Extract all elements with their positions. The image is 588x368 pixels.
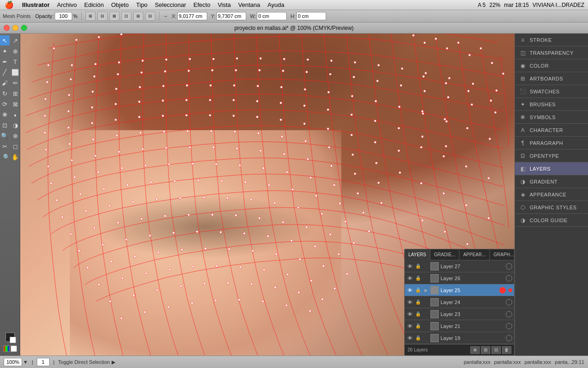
free-transform-tool[interactable]: ⊠ (10, 99, 20, 109)
layer-lock-icon[interactable]: 🔒 (415, 275, 421, 282)
panel-section-color[interactable]: ◉ COLOR (515, 59, 588, 72)
layer-lock-icon[interactable]: 🔒 (415, 335, 421, 341)
minimize-button[interactable] (12, 25, 18, 31)
zoom-tool[interactable]: 🔎 (0, 152, 10, 162)
layer-lock-icon[interactable]: 🔒 (415, 299, 421, 305)
layer-expand-icon[interactable]: ▶ (423, 288, 429, 293)
layer-visibility-icon[interactable]: 👁 (407, 311, 413, 317)
mesh-btn-5[interactable]: ⊞ (133, 12, 143, 21)
y-input[interactable] (216, 12, 246, 20)
warp-tool[interactable]: ⟳ (0, 99, 10, 109)
canvas-area[interactable]: .mesh-line { stroke: #ff2020; stroke-wid… (20, 34, 514, 356)
layer-expand-icon[interactable] (423, 311, 429, 317)
layer-merge-btn[interactable]: ⊟ (492, 346, 501, 354)
selection-tool[interactable]: ↖ (0, 35, 10, 46)
panel-section-swatches[interactable]: ⬛ SWATCHES (515, 85, 588, 98)
panel-section-paragraph[interactable]: ¶ PARAGRAPH (515, 137, 588, 150)
layer-visibility-icon[interactable]: 👁 (407, 323, 413, 329)
layers-tab-graph[interactable]: GRAPH... (490, 249, 514, 260)
layer-make-clipping-btn[interactable]: ⊞ (481, 346, 490, 354)
layer-row[interactable]: 👁 🔒 Layer 24 (405, 296, 514, 308)
layer-row[interactable]: 👁 🔒 Layer 19 (405, 332, 514, 344)
mesh-btn-4[interactable]: ⊡ (121, 12, 131, 21)
h-input[interactable] (296, 12, 326, 20)
layer-lock-icon[interactable]: 🔒 (415, 323, 421, 329)
lasso-tool[interactable]: ⊕ (10, 46, 20, 56)
panel-section-color-guide[interactable]: ◑ COLOR GUIDE (515, 214, 588, 227)
layer-lock-icon[interactable]: 🔒 (415, 311, 421, 317)
blend-tool[interactable]: ⊗ (10, 131, 20, 141)
menu-edit[interactable]: Edición (80, 1, 107, 8)
panel-section-opentype[interactable]: Ω OPENTYPE (515, 150, 588, 162)
color-mode-btn[interactable] (3, 345, 10, 352)
menu-effect[interactable]: Efecto (190, 1, 214, 8)
rotate-tool[interactable]: ↻ (0, 88, 10, 98)
fill-color[interactable] (6, 333, 15, 342)
eraser-tool[interactable]: ◻ (10, 141, 20, 151)
mesh-tool[interactable]: ⊡ (0, 120, 10, 130)
menu-select[interactable]: Seleccionar (151, 1, 190, 8)
magic-wand-tool[interactable]: ✦ (0, 46, 10, 56)
mesh-btn-3[interactable]: ⊠ (109, 12, 119, 21)
panel-section-appearance[interactable]: ◈ APPEARANCE (515, 188, 588, 201)
panel-section-character[interactable]: A CHARACTER (515, 124, 588, 137)
layer-expand-icon[interactable] (423, 276, 429, 281)
layer-visibility-icon[interactable]: 👁 (407, 263, 413, 270)
layer-delete-btn[interactable]: 🗑 (502, 346, 511, 354)
layer-row-selected[interactable]: 👁 🔒 ▶ Layer 25 (405, 284, 514, 296)
layer-visibility-icon[interactable]: 👁 (407, 299, 413, 305)
toggle-direct-selection[interactable]: Toggle Direct Selection ▶ (58, 359, 116, 365)
menu-window[interactable]: Ventana (235, 1, 264, 8)
layer-lock-icon[interactable]: 🔒 (415, 263, 421, 270)
layer-new-sublayer-btn[interactable]: ⊕ (470, 346, 480, 354)
x-input[interactable] (177, 12, 207, 20)
scissors-tool[interactable]: ✂ (0, 141, 10, 151)
maximize-button[interactable] (21, 25, 27, 31)
menu-object[interactable]: Objeto (107, 1, 132, 8)
layer-visibility-icon[interactable]: 👁 (407, 335, 413, 341)
mesh-btn-1[interactable]: ⊞ (85, 12, 96, 21)
layer-expand-icon[interactable] (423, 264, 429, 269)
layers-tab-gradient[interactable]: GRADIE... (430, 249, 460, 260)
panel-section-graphic-styles[interactable]: ⬡ GRAPHIC STYLES (515, 201, 588, 214)
direct-select-tool[interactable]: ↗ (10, 35, 20, 46)
eyedropper-tool[interactable]: 🔍 (0, 131, 10, 141)
gradient-tool[interactable]: ◑ (10, 120, 20, 130)
layer-row[interactable]: 👁 🔒 Layer 26 (405, 272, 514, 284)
page-input[interactable] (37, 358, 50, 366)
opacity-input[interactable] (55, 12, 72, 20)
symbol-tool[interactable]: ❋ (0, 109, 10, 120)
apple-menu[interactable]: 🍎 (0, 0, 18, 9)
panel-section-brushes[interactable]: ✦ BRUSHES (515, 98, 588, 111)
column-graph-tool[interactable]: ⬧ (10, 109, 20, 120)
close-button[interactable] (4, 25, 10, 31)
layer-visibility-icon[interactable]: 👁 (407, 287, 413, 293)
panel-section-layers[interactable]: ◧ LAYERS (515, 162, 588, 175)
layer-expand-icon[interactable] (423, 335, 429, 341)
panel-section-stroke[interactable]: ≡ STROKE (515, 34, 588, 46)
hand-tool[interactable]: ✋ (10, 152, 20, 162)
zoom-input[interactable] (4, 358, 22, 366)
panel-section-symbols[interactable]: ❋ SYMBOLS (515, 111, 588, 124)
rect-tool[interactable]: ⬜ (10, 67, 20, 77)
menu-type[interactable]: Tipo (132, 1, 151, 8)
layer-row[interactable]: 👁 🔒 Layer 27 (405, 260, 514, 272)
none-mode-btn[interactable]: ∅ (11, 345, 17, 352)
zoom-arrow[interactable]: ▼ (23, 359, 28, 365)
paintbrush-tool[interactable]: 🖌 (0, 78, 10, 88)
layer-lock-icon[interactable]: 🔒 (415, 287, 421, 293)
type-tool[interactable]: T (10, 57, 20, 67)
app-name[interactable]: Illustrator (18, 1, 53, 8)
w-input[interactable] (257, 12, 287, 20)
layer-expand-icon[interactable] (423, 323, 429, 329)
pen-tool[interactable]: ✒ (0, 57, 10, 67)
layer-row[interactable]: 👁 🔒 Layer 23 (405, 308, 514, 320)
layer-expand-icon[interactable] (423, 299, 429, 305)
mesh-btn-6[interactable]: ⊟ (145, 12, 155, 21)
panel-section-artboards[interactable]: ⊞ ARTBOARDS (515, 72, 588, 85)
menu-file[interactable]: Archivo (53, 1, 80, 8)
layer-row[interactable]: 👁 🔒 Layer 21 (405, 320, 514, 332)
mesh-btn-2[interactable]: ⊟ (97, 12, 107, 21)
layers-tab-appearance[interactable]: APPEAR... (459, 249, 490, 260)
scale-tool[interactable]: ⊞ (10, 88, 20, 98)
